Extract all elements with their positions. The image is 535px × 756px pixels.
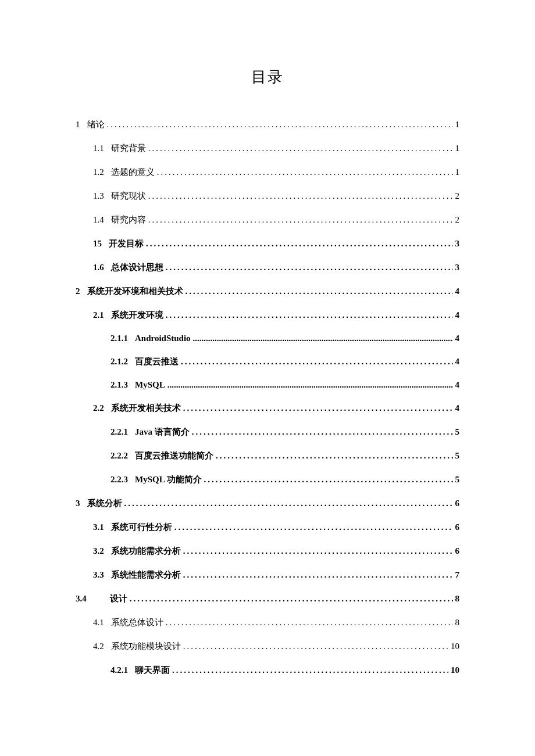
toc-entry[interactable]: 1.2选题的意义................................… — [76, 167, 459, 178]
toc-leader-dots: ........................................… — [193, 334, 453, 343]
toc-entry-label: 系统开发环境和相关技术 — [87, 286, 183, 297]
toc-entry-number: 1 — [76, 120, 80, 130]
toc-entry[interactable]: 15开发目标..................................… — [76, 238, 459, 249]
toc-leader-dots: ........................................… — [146, 239, 453, 249]
toc-entry-label: 百度云推送功能简介 — [135, 450, 213, 461]
toc-entry-number: 2.2.3 — [110, 475, 128, 485]
document-page: 目录 1绪论..................................… — [0, 0, 535, 676]
toc-entry[interactable]: 1.3研究现状.................................… — [76, 191, 459, 202]
toc-leader-dots: ........................................… — [166, 618, 453, 628]
toc-entry-page: 10 — [451, 665, 459, 675]
toc-entry-page: 1 — [455, 144, 460, 153]
toc-entry[interactable]: 1.6总体设计思想...............................… — [76, 262, 459, 273]
toc-title: 目录 — [76, 67, 459, 87]
toc-leader-dots: ........................................… — [148, 144, 453, 153]
toc-entry-label: 系统开发环境 — [111, 310, 163, 321]
toc-leader-dots: ........................................… — [183, 570, 453, 580]
toc-entry[interactable]: 3.2系统功能需求分析.............................… — [76, 546, 459, 557]
toc-entry-page: 2 — [455, 191, 460, 201]
toc-entry-label: MySQL 功能简介 — [135, 474, 202, 485]
toc-entry-page: 5 — [455, 451, 460, 461]
toc-entry[interactable]: 1.1研究背景.................................… — [76, 143, 459, 154]
toc-entry-number: 1.3 — [93, 191, 104, 201]
toc-entry[interactable]: 2.1.1AndroidStudio......................… — [76, 334, 459, 343]
toc-entry[interactable]: 2.1.3MySQL..............................… — [76, 380, 459, 390]
toc-entry-label: 研究内容 — [111, 214, 146, 225]
toc-entry-label: 总体设计思想 — [111, 262, 163, 273]
toc-entry[interactable]: 1.4研究内容.................................… — [76, 214, 459, 225]
toc-entry-label: 系统总体设计 — [111, 617, 163, 628]
toc-entry-label: AndroidStudio — [135, 334, 191, 343]
toc-entry[interactable]: 4.1系统总体设计...............................… — [76, 617, 459, 628]
toc-leader-dots: ........................................… — [183, 642, 448, 651]
toc-entry-page: 4 — [455, 357, 460, 367]
toc-entry-label: 研究背景 — [111, 143, 146, 154]
toc-entry-number: 1.1 — [93, 144, 104, 153]
toc-entry-page: 6 — [455, 546, 460, 556]
toc-entry-page: 8 — [455, 594, 460, 604]
toc-leader-dots: ........................................… — [192, 427, 453, 437]
toc-leader-dots: ........................................… — [130, 594, 453, 604]
toc-entry[interactable]: 4.2系统功能模块设计.............................… — [76, 641, 459, 652]
toc-entry[interactable]: 3.3系统性能需求分析.............................… — [76, 569, 459, 581]
toc-entry-number: 2.1.3 — [110, 380, 128, 390]
toc-leader-dots: ........................................… — [216, 451, 453, 461]
toc-entry-page: 4 — [455, 380, 460, 390]
toc-leader-dots: ........................................… — [166, 310, 453, 320]
toc-entry[interactable]: 2.1系统开发环境...............................… — [76, 310, 459, 321]
toc-entry-number: 2 — [76, 286, 80, 296]
toc-entry-page: 4 — [455, 334, 460, 343]
toc-entry-number: 2.2.2 — [110, 451, 128, 461]
toc-entry-page: 1 — [455, 167, 460, 177]
toc-entry-number: 3.3 — [93, 570, 104, 580]
toc-entry[interactable]: 3.4设计...................................… — [76, 593, 459, 604]
toc-leader-dots: ........................................… — [181, 357, 453, 367]
toc-leader-dots: ........................................… — [148, 215, 453, 225]
toc-entry-number: 2.2 — [93, 403, 104, 413]
toc-entry-page: 4 — [455, 310, 460, 320]
toc-entry-number: 2.1.1 — [110, 334, 128, 343]
toc-entry-label: 聊天界面 — [135, 665, 170, 676]
toc-entry-label: 系统功能需求分析 — [111, 546, 181, 557]
toc-entry-page: 3 — [455, 263, 460, 273]
toc-entry-number: 2.1.2 — [110, 357, 128, 367]
toc-entry[interactable]: 3系统分析...................................… — [76, 498, 459, 509]
toc-entry[interactable]: 2系统开发环境和相关技术............................… — [76, 286, 459, 297]
toc-entry-number: 1.6 — [93, 263, 104, 273]
toc-entry-page: 5 — [455, 475, 460, 485]
toc-entry-page: 4 — [455, 286, 460, 296]
toc-entry-label: 百度云推送 — [135, 356, 179, 367]
toc-entry-number: 2.2.1 — [110, 427, 128, 437]
toc-entry-page: 3 — [455, 239, 460, 249]
toc-entry-label: 设计 — [110, 593, 127, 604]
toc-entry-label: 系统性能需求分析 — [111, 569, 181, 581]
toc-entry-number: 4.1 — [93, 618, 104, 628]
toc-leader-dots: ........................................… — [167, 380, 453, 390]
toc-entry-label: 系统可行性分析 — [111, 522, 172, 533]
toc-entry[interactable]: 2.2.1Java 语言简介..........................… — [76, 427, 459, 438]
toc-leader-dots: ........................................… — [148, 191, 453, 201]
toc-entry-page: 2 — [455, 215, 460, 225]
toc-entry-page: 1 — [455, 120, 460, 130]
toc-entry[interactable]: 1绪论.....................................… — [76, 119, 459, 130]
toc-entry[interactable]: 2.1.2百度云推送..............................… — [76, 356, 459, 367]
toc-entry-page: 5 — [455, 427, 460, 437]
toc-leader-dots: ........................................… — [204, 475, 453, 485]
toc-leader-dots: ........................................… — [183, 546, 453, 556]
toc-entry-page: 6 — [455, 499, 460, 508]
toc-entry-page: 10 — [451, 642, 459, 651]
toc-entry-number: 4.2.1 — [110, 665, 128, 675]
toc-entry[interactable]: 4.2.1聊天界面...............................… — [76, 665, 459, 676]
toc-entry-number: 4.2 — [93, 642, 104, 651]
toc-entry-number: 2.1 — [93, 310, 104, 320]
toc-leader-dots: ........................................… — [186, 286, 453, 296]
toc-entry[interactable]: 3.1系统可行性分析..............................… — [76, 522, 459, 533]
toc-leader-dots: ........................................… — [124, 499, 453, 508]
toc-entry-number: 3.1 — [93, 522, 104, 532]
toc-entry-label: 选题的意义 — [111, 167, 155, 178]
toc-entry[interactable]: 2.2.3MySQL 功能简介.........................… — [76, 474, 459, 485]
toc-entry[interactable]: 2.2系统开发相关技术.............................… — [76, 403, 459, 414]
toc-entry[interactable]: 2.2.2百度云推送功能简介..........................… — [76, 450, 459, 461]
toc-entry-label: 系统开发相关技术 — [111, 403, 181, 414]
toc-entry-label: 开发目标 — [109, 238, 144, 249]
